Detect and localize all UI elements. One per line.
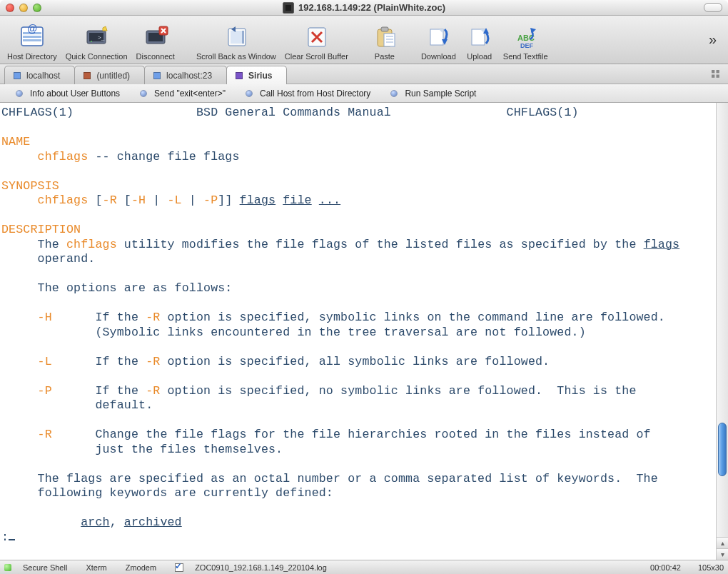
window-titlebar: 192.168.1.149:22 (PlainWhite.zoc) xyxy=(0,0,728,16)
bullet-icon xyxy=(140,90,147,97)
cursor xyxy=(9,539,15,540)
window-title: 192.168.1.149:22 (PlainWhite.zoc) xyxy=(298,2,445,13)
man-section-name: NAME xyxy=(1,135,30,148)
toolbar-label: Host Directory xyxy=(7,52,57,61)
user-button-info[interactable]: Info about User Buttons xyxy=(16,89,120,99)
status-connection: Secure Shell xyxy=(23,563,79,572)
man-header-mid: BSD General Commands Manual xyxy=(196,106,391,119)
tab-localhost-23[interactable]: localhost:23 xyxy=(144,66,227,84)
send-textfile-icon: ABCDEF xyxy=(510,24,540,49)
thumbnails-icon[interactable] xyxy=(712,70,721,79)
disconnect-icon xyxy=(141,24,171,49)
bullet-icon xyxy=(390,90,398,97)
tab-localhost[interactable]: localhost xyxy=(4,66,75,84)
status-protocol: Zmodem xyxy=(126,563,168,572)
user-button-label: Send "exit<enter>" xyxy=(154,89,226,99)
option-R: -R xyxy=(1,428,52,441)
quick-connection-icon: >_ xyxy=(81,24,111,49)
clear-scroll-buffer-button[interactable]: Clear Scroll Buffer xyxy=(282,24,351,61)
host-directory-button[interactable]: @ Host Directory xyxy=(4,24,60,61)
man-section-synopsis: SYNOPSIS xyxy=(1,179,59,193)
option-L: -L xyxy=(1,355,52,368)
scroll-back-window-icon xyxy=(221,24,251,49)
svg-text:@: @ xyxy=(27,24,37,34)
terminal-output[interactable]: CHFLAGS(1) BSD General Commands Manual C… xyxy=(0,103,716,560)
status-dimensions: 105x30 xyxy=(698,563,724,572)
toolbar-overflow-button[interactable]: » xyxy=(702,31,724,61)
send-textfile-button[interactable]: ABCDEF Send Textfile xyxy=(500,24,551,61)
man-section-description: DESCRIPTION xyxy=(1,223,81,236)
toolbar-label: Send Textfile xyxy=(503,52,548,61)
option-P: -P xyxy=(1,384,52,398)
tab-color-icon xyxy=(84,72,91,79)
download-button[interactable]: Download xyxy=(418,24,459,61)
svg-rect-33 xyxy=(712,70,714,73)
scrollbar-track[interactable] xyxy=(717,103,728,537)
option-H: -H xyxy=(1,311,52,324)
download-icon xyxy=(423,24,453,49)
disconnect-button[interactable]: Disconnect xyxy=(133,24,178,61)
toolbar-label: Paste xyxy=(375,52,395,61)
status-logfile: ZOC0910_192.168.1.149_220104.log xyxy=(195,563,327,572)
man-header-right: CHFLAGS(1) xyxy=(507,106,579,119)
tab-label: (untitled) xyxy=(96,71,130,81)
options-intro: The options are as follows: xyxy=(1,281,232,295)
tab-color-icon xyxy=(153,72,161,79)
connection-led-icon xyxy=(4,564,11,571)
bullet-icon xyxy=(246,90,253,97)
svg-rect-3 xyxy=(23,36,41,38)
clear-scroll-buffer-icon xyxy=(301,24,331,49)
scrollbar-thumb[interactable] xyxy=(718,423,727,476)
svg-rect-4 xyxy=(23,39,41,41)
svg-rect-35 xyxy=(712,75,714,78)
svg-text:DEF: DEF xyxy=(520,42,534,49)
svg-rect-36 xyxy=(717,75,719,78)
svg-rect-34 xyxy=(717,70,719,73)
host-directory-icon: @ xyxy=(17,24,47,49)
man-header-left: CHFLAGS(1) xyxy=(1,106,74,119)
logging-checkbox[interactable] xyxy=(175,563,183,572)
user-button-run-sample[interactable]: Run Sample Script xyxy=(390,89,476,99)
toolbar-label: Disconnect xyxy=(136,52,175,61)
svg-rect-16 xyxy=(242,31,244,44)
scroll-back-window-button[interactable]: Scroll Back as Window xyxy=(193,24,279,61)
upload-icon xyxy=(465,24,495,49)
tab-color-icon xyxy=(236,72,243,79)
close-window-button[interactable] xyxy=(6,4,14,12)
user-buttons-bar: Info about User Buttons Send "exit<enter… xyxy=(0,84,728,103)
zoom-window-button[interactable] xyxy=(33,4,41,12)
toolbar-pill-button[interactable] xyxy=(704,3,722,12)
tab-bar: localhost (untitled) localhost:23 Sirius xyxy=(0,64,728,84)
user-button-send-exit[interactable]: Send "exit<enter>" xyxy=(140,89,226,99)
user-button-label: Run Sample Script xyxy=(405,89,476,99)
minimize-window-button[interactable] xyxy=(19,4,28,12)
quick-connection-button[interactable]: >_ Quick Connection xyxy=(63,24,131,61)
svg-text:>_: >_ xyxy=(98,34,105,41)
tab-untitled[interactable]: (untitled) xyxy=(74,66,145,84)
scroll-down-button[interactable]: ▾ xyxy=(717,548,728,560)
user-button-label: Call Host from Host Directory xyxy=(260,89,370,99)
user-button-label: Info about User Buttons xyxy=(30,89,120,99)
tab-sirius[interactable]: Sirius xyxy=(226,66,287,84)
pager-prompt: : xyxy=(1,530,9,544)
toolbar-label: Scroll Back as Window xyxy=(196,52,276,61)
vertical-scrollbar[interactable]: ▴ ▾ xyxy=(716,103,728,560)
status-time: 00:00:42 xyxy=(650,563,681,572)
svg-rect-19 xyxy=(381,27,388,31)
bullet-icon xyxy=(16,90,23,97)
svg-rect-27 xyxy=(472,29,485,45)
tab-color-icon xyxy=(14,72,21,79)
tab-label: Sirius xyxy=(248,71,272,81)
svg-point-9 xyxy=(91,41,92,42)
svg-rect-24 xyxy=(430,29,443,45)
scroll-up-button[interactable]: ▴ xyxy=(717,537,728,548)
toolbar: @ Host Directory >_ Quick Connection Dis… xyxy=(0,16,728,64)
toolbar-label: Download xyxy=(421,52,456,61)
toolbar-label: Upload xyxy=(467,52,492,61)
status-emulation: Xterm xyxy=(86,563,118,572)
user-button-call-host[interactable]: Call Host from Host Directory xyxy=(246,89,370,99)
syn-cmd: chflags xyxy=(38,193,89,207)
paste-button[interactable]: Paste xyxy=(367,24,403,61)
toolbar-label: Quick Connection xyxy=(66,52,128,61)
upload-button[interactable]: Upload xyxy=(462,24,497,61)
